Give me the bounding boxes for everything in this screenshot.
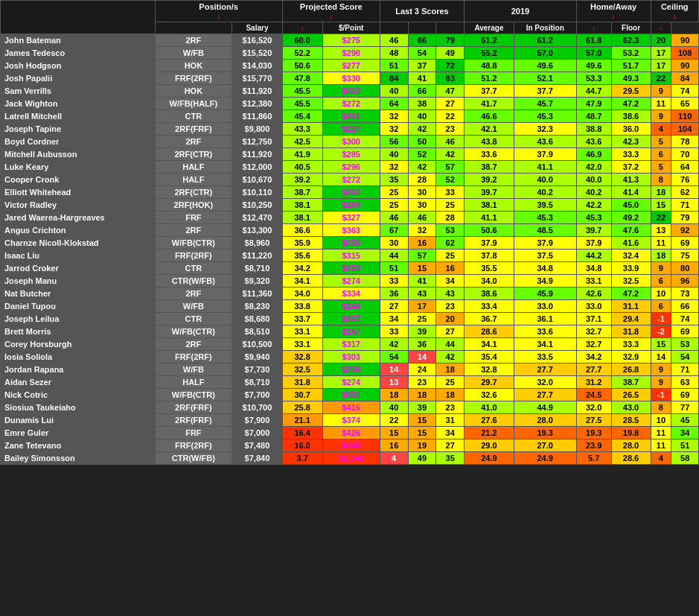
ceiling-sub: ↓ bbox=[651, 22, 671, 34]
player-homeaway: 42.6 bbox=[576, 288, 611, 300]
player-homeaway: 42.2 bbox=[576, 199, 611, 212]
player-homeaway: 34.2 bbox=[576, 351, 611, 363]
player-salary: $11,220 bbox=[232, 250, 283, 262]
player-floor: 10 bbox=[651, 288, 671, 300]
player-dollar: $262 bbox=[322, 186, 380, 199]
homeaway-sub: ↓ bbox=[576, 22, 611, 34]
player-salary: $11,860 bbox=[232, 110, 283, 123]
player-s3: 16 bbox=[436, 262, 465, 275]
player-proj: 52.2 bbox=[282, 47, 322, 60]
player-ceiling: 51 bbox=[671, 439, 699, 452]
player-s2: 15 bbox=[408, 262, 436, 275]
player-salary: $10,500 bbox=[232, 338, 283, 351]
player-proj: 3.7 bbox=[282, 452, 322, 465]
player-proj: 50.6 bbox=[282, 60, 322, 72]
player-s1: 18 bbox=[380, 389, 408, 401]
player-inpos: 37.7 bbox=[514, 85, 576, 98]
player-floor: 9 bbox=[651, 376, 671, 389]
homeaway-header: Home/Away↓ bbox=[576, 1, 651, 22]
player-s3: 22 bbox=[436, 110, 465, 123]
player-salary: $7,730 bbox=[232, 363, 283, 376]
player-avg: 55.2 bbox=[465, 47, 514, 60]
player-proj: 41.9 bbox=[282, 148, 322, 161]
player-floor-val: 38.6 bbox=[611, 110, 651, 123]
player-ceiling: 96 bbox=[671, 275, 699, 288]
player-pos: FRF bbox=[155, 212, 232, 224]
player-salary: $7,000 bbox=[232, 427, 283, 439]
player-s2: 17 bbox=[408, 300, 436, 313]
s1-subheader bbox=[380, 22, 408, 34]
player-s3: 31 bbox=[436, 414, 465, 427]
player-salary: $8,710 bbox=[232, 376, 283, 389]
player-s3: 25 bbox=[436, 199, 465, 212]
player-s1: 36 bbox=[380, 288, 408, 300]
player-s2: 41 bbox=[408, 275, 436, 288]
player-inpos: 34.8 bbox=[514, 262, 576, 275]
player-salary: $10,110 bbox=[232, 186, 283, 199]
player-avg: 28.6 bbox=[465, 326, 514, 338]
player-proj: 31.8 bbox=[282, 376, 322, 389]
player-name: Jordan Rapana bbox=[1, 363, 156, 376]
player-s3: 18 bbox=[436, 363, 465, 376]
player-s1: 44 bbox=[380, 250, 408, 262]
player-inpos: 37.5 bbox=[514, 250, 576, 262]
player-floor-val: 36.0 bbox=[611, 123, 651, 136]
player-s1: 33 bbox=[380, 275, 408, 288]
player-homeaway: 24.5 bbox=[576, 389, 611, 401]
player-s1: 46 bbox=[380, 34, 408, 47]
player-salary: $11,920 bbox=[232, 148, 283, 161]
player-homeaway: 47.9 bbox=[576, 98, 611, 110]
player-floor-val: 49.3 bbox=[611, 72, 651, 85]
player-s1: 32 bbox=[380, 161, 408, 174]
player-avg: 21.2 bbox=[465, 427, 514, 439]
player-s3: 33 bbox=[436, 186, 465, 199]
player-inpos: 44.9 bbox=[514, 401, 576, 414]
player-name: Boyd Cordner bbox=[1, 136, 156, 148]
player-pos: FRF(2RF) bbox=[155, 439, 232, 452]
player-inpos: 48.5 bbox=[514, 224, 576, 237]
player-floor-val: 32.5 bbox=[611, 275, 651, 288]
player-dollar: $272 bbox=[322, 98, 380, 110]
player-salary: $12,750 bbox=[232, 136, 283, 148]
player-avg: 38.1 bbox=[465, 199, 514, 212]
player-salary: $13,300 bbox=[232, 224, 283, 237]
player-s3: 18 bbox=[436, 389, 465, 401]
player-dollar: $244 bbox=[322, 300, 380, 313]
player-s3: 83 bbox=[436, 72, 465, 85]
player-inpos: 45.3 bbox=[514, 110, 576, 123]
player-floor-val: 37.2 bbox=[611, 161, 651, 174]
player-s3: 27 bbox=[436, 326, 465, 338]
player-proj: 34.1 bbox=[282, 275, 322, 288]
player-ceiling: 75 bbox=[671, 250, 699, 262]
player-pos: HOK bbox=[155, 60, 232, 72]
player-ceiling: 34 bbox=[671, 427, 699, 439]
player-avg: 61.2 bbox=[465, 34, 514, 47]
player-proj: 16.4 bbox=[282, 427, 322, 439]
player-s2: 28 bbox=[408, 174, 436, 186]
player-proj: 43.3 bbox=[282, 123, 322, 136]
player-avg: 41.1 bbox=[465, 212, 514, 224]
player-s3: 25 bbox=[436, 250, 465, 262]
player-s2: 54 bbox=[408, 47, 436, 60]
player-ceiling: 78 bbox=[671, 136, 699, 148]
player-dollar: $227 bbox=[322, 123, 380, 136]
projected-score-header: Projected Score↓ bbox=[282, 1, 380, 22]
player-salary: $8,510 bbox=[232, 326, 283, 338]
player-pos: W/FB bbox=[155, 300, 232, 313]
player-salary: $10,670 bbox=[232, 174, 283, 186]
player-salary: $15,770 bbox=[232, 72, 283, 85]
player-s1: 56 bbox=[380, 136, 408, 148]
player-salary: $11,920 bbox=[232, 85, 283, 98]
player-s2: 39 bbox=[408, 326, 436, 338]
player-proj: 60.0 bbox=[282, 34, 322, 47]
player-dollar: $238 bbox=[322, 363, 380, 376]
player-ceiling: 58 bbox=[671, 452, 699, 465]
player-s1: 35 bbox=[380, 174, 408, 186]
player-dollar: $363 bbox=[322, 224, 380, 237]
player-dollar: $285 bbox=[322, 148, 380, 161]
player-s1: 32 bbox=[380, 110, 408, 123]
player-inpos: 52.1 bbox=[514, 72, 576, 85]
player-s2: 30 bbox=[408, 186, 436, 199]
player-dollar: $327 bbox=[322, 212, 380, 224]
player-homeaway: 31.2 bbox=[576, 376, 611, 389]
